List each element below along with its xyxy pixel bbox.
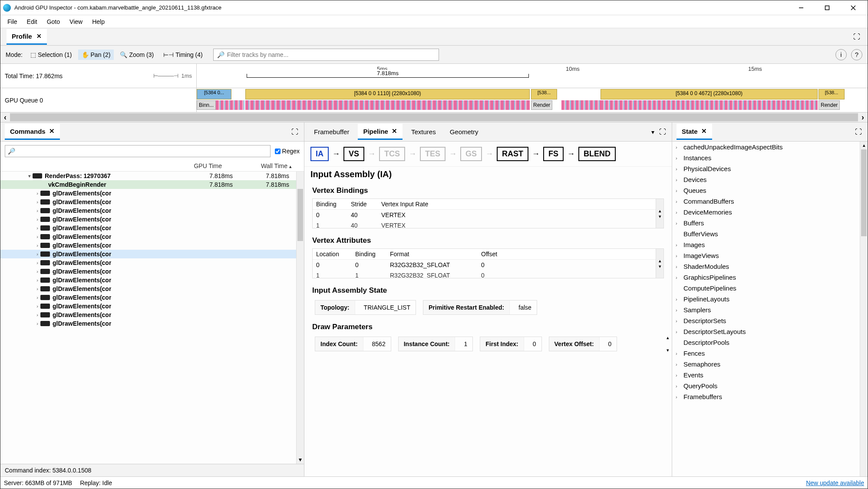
tree-row[interactable]: ›glDrawElements(cor [0,250,296,258]
scroll-down-icon[interactable]: ▾ [297,456,304,463]
state-item[interactable]: ›Samplers [672,304,860,315]
col-wall-time[interactable]: Wall Time▴ [222,162,300,169]
state-item[interactable]: ›DescriptorSetLayouts [672,326,860,337]
table-row[interactable]: 0 40 VERTEX [313,210,656,220]
close-button[interactable] [844,3,862,13]
tree-toggle-icon[interactable]: › [676,199,681,204]
state-item[interactable]: ›Buffers [672,218,860,228]
tree-toggle-icon[interactable]: › [34,278,40,283]
tree-row[interactable]: ›glDrawElements(cor [0,276,296,284]
close-icon[interactable]: ✕ [701,127,707,135]
tree-row[interactable]: ▾RenderPass: 129703677.818ms7.818ms [0,172,296,180]
tree-toggle-icon[interactable]: › [34,251,40,257]
state-item[interactable]: ›GraphicsPipelines [672,272,860,283]
stage-ia[interactable]: IA [310,147,329,161]
scroll-right-icon[interactable]: › [858,113,868,122]
scroll-up-icon[interactable]: ▴▾ [656,249,663,278]
tree-row[interactable]: ›glDrawElements(cor [0,215,296,224]
tree-toggle-icon[interactable]: › [676,373,681,378]
tree-toggle-icon[interactable]: › [34,199,40,205]
tree-toggle-icon[interactable]: › [676,362,681,367]
state-item[interactable]: ›Fences [672,348,860,359]
tree-row[interactable]: ›glDrawElements(cor [0,258,296,267]
info-icon[interactable]: i [835,49,847,60]
tab-geometry[interactable]: Geometry [445,125,484,139]
scroll-up-icon[interactable]: ▴ [860,142,868,148]
gpu-queue-track[interactable]: [5384 0... Binn... [5384 0 0 1110] (2280… [197,88,868,112]
tree-toggle-icon[interactable]: › [34,234,40,239]
tree-toggle-icon[interactable]: › [34,286,40,291]
tree-toggle-icon[interactable]: › [34,243,40,248]
state-item[interactable]: ›DeviceMemories [672,207,860,218]
close-icon[interactable]: ✕ [49,127,55,135]
timeline-block[interactable]: [5384 0 0 4672] (2280x1080) [601,89,818,99]
state-item[interactable]: ›CommandBuffers [672,196,860,207]
mode-selection[interactable]: ⬚ Selection (1) [27,50,76,60]
tree-toggle-icon[interactable]: › [676,166,681,172]
stage-rast[interactable]: RAST [497,147,528,161]
regex-checkbox[interactable]: Regex [275,148,300,155]
menu-view[interactable]: View [65,17,87,27]
tab-framebuffer[interactable]: Framebuffer [309,125,354,139]
commands-search[interactable]: 🔎 [5,145,271,157]
tree-row[interactable]: ›glDrawElements(cor [0,302,296,311]
tree-toggle-icon[interactable]: › [676,253,681,258]
close-icon[interactable]: ✕ [36,33,42,40]
timeline-scrollbar[interactable]: ‹ › [0,112,868,122]
tree-row[interactable]: ›glDrawElements(cor [0,224,296,232]
filter-tracks[interactable]: 🔎 [213,49,439,61]
timeline-ruler[interactable]: 5ms 10ms 15ms 7.818ms [197,64,868,88]
scroll-down-icon[interactable]: ▾ [664,347,672,353]
tab-pipeline[interactable]: Pipeline ✕ [358,124,403,140]
fullscreen-icon[interactable]: ⛶ [290,127,300,137]
stage-blend[interactable]: BLEND [578,147,616,161]
help-icon[interactable]: ? [851,49,862,60]
tree-toggle-icon[interactable]: › [34,269,40,274]
state-item[interactable]: ›Images [672,239,860,250]
stage-tes[interactable]: TES [420,147,446,161]
tree-toggle-icon[interactable]: › [676,210,681,215]
tree-toggle-icon[interactable]: › [34,217,40,222]
state-item[interactable]: ›Queues [672,185,860,196]
tree-row[interactable]: ›glDrawElements(cor [0,241,296,250]
state-item[interactable]: ›ImageViews [672,250,860,261]
close-icon[interactable]: ✕ [392,127,397,135]
state-item[interactable]: ›Semaphores [672,359,860,370]
tree-row[interactable]: ›glDrawElements(cor [0,311,296,319]
state-item[interactable]: ›DescriptorSets [672,315,860,326]
state-item[interactable]: ›Events [672,370,860,380]
state-item[interactable]: DescriptorPools [672,337,860,348]
tree-toggle-icon[interactable]: › [34,321,40,326]
commands-scrollbar[interactable]: ▾ [296,172,304,464]
tree-toggle-icon[interactable]: › [676,264,681,269]
tree-row[interactable]: ›glDrawElements(cor [0,284,296,293]
stage-tcs[interactable]: TCS [379,147,405,161]
tree-toggle-icon[interactable]: › [676,318,681,324]
timeline-block[interactable]: [538... [818,89,845,99]
fullscreen-icon[interactable]: ⛶ [854,127,863,137]
tree-toggle-icon[interactable]: › [676,394,681,400]
state-tree[interactable]: ›cachedUnpackedImageAspectBits›Instances… [672,142,860,476]
tree-row[interactable]: ›glDrawElements(cor [0,293,296,302]
tab-commands[interactable]: Commands ✕ [5,124,60,140]
tree-toggle-icon[interactable]: › [34,304,40,309]
menu-file[interactable]: File [3,17,22,27]
commands-search-input[interactable] [18,148,267,155]
tree-row[interactable]: ›glDrawElements(cor [0,232,296,241]
menu-goto[interactable]: Goto [43,17,64,27]
tree-toggle-icon[interactable]: › [34,208,40,213]
timeline-block[interactable]: [5384 0... [197,89,231,99]
minimize-button[interactable] [792,3,810,13]
tree-toggle-icon[interactable]: › [34,312,40,317]
stage-gs[interactable]: GS [460,147,482,161]
tree-row[interactable]: ›glDrawElements(cor [0,267,296,276]
fullscreen-icon[interactable]: ⛶ [658,127,667,137]
tab-state[interactable]: State ✕ [677,124,712,140]
maximize-button[interactable] [818,3,836,13]
tab-textures[interactable]: Textures [406,125,441,139]
tree-toggle-icon[interactable]: ▾ [26,173,33,179]
mode-timing[interactable]: ⊢⊣ Timing (4) [160,50,206,60]
tab-profile[interactable]: Profile ✕ [7,29,47,45]
tree-row[interactable]: ›glDrawElements(cor [0,189,296,198]
state-item[interactable]: ComputePipelines [672,283,860,294]
